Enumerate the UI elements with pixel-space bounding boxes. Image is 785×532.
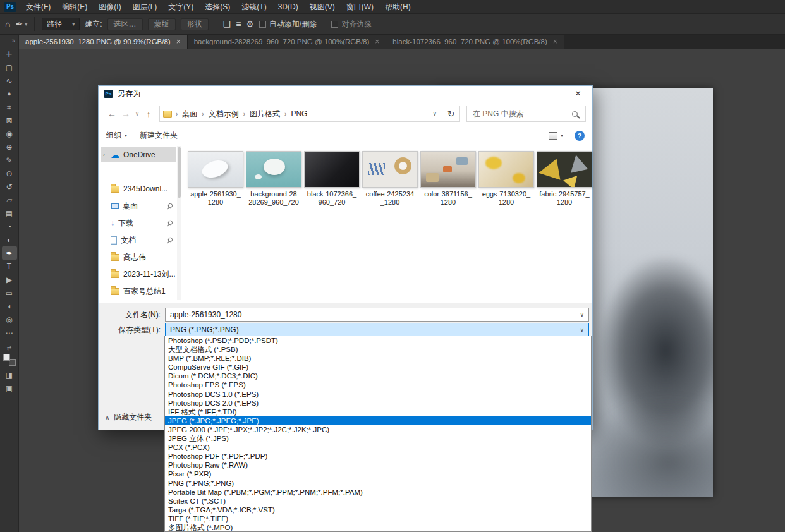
eraser-tool-icon[interactable]: ▱ (2, 193, 17, 207)
auto-add-delete-checkbox[interactable]: 自动添加/删除 (259, 19, 317, 30)
close-tab-icon[interactable]: × (176, 37, 181, 46)
filetype-option[interactable]: Photoshop EPS (*.EPS) (165, 380, 591, 389)
filetype-option[interactable]: JPEG 立体 (*.JPS) (165, 434, 591, 443)
healing-brush-tool-icon[interactable]: ⊕ (2, 140, 17, 154)
filetype-option[interactable]: Photoshop PDF (*.PDF;*.PDP) (165, 452, 591, 461)
filetype-option[interactable]: PNG (*.PNG;*.PNG) (165, 479, 591, 488)
filetype-option[interactable]: 多图片格式 (*.MPO) (165, 523, 591, 532)
color-swatches[interactable] (3, 354, 16, 366)
file-item-coffee[interactable]: coffee-2425234_1280 (362, 151, 418, 207)
up-icon[interactable]: ↑ (142, 109, 155, 119)
breadcrumb-image-format[interactable]: 图片格式 (246, 109, 283, 119)
change-view-button[interactable]: ▾ (549, 132, 563, 140)
filetype-option[interactable]: Photoshop (*.PSD;*.PDD;*.PSDT) (165, 336, 591, 345)
tab-apple-png[interactable]: apple-2561930_1280.PNG @ 90.9%(RGB/8) × (19, 35, 188, 49)
address-dropdown-icon[interactable]: ∨ (432, 111, 439, 117)
filetype-option[interactable]: IFF 格式 (*.IFF;*.TDI) (165, 408, 591, 416)
menu-edit[interactable]: 编辑(E) (56, 0, 93, 14)
menu-select[interactable]: 选择(S) (199, 0, 236, 14)
search-input[interactable]: 在 PNG 中搜索 (466, 106, 586, 122)
filename-input[interactable]: apple-2561930_1280 ∨ (165, 308, 589, 322)
filetype-option[interactable]: Dicom (*.DCM;*.DC3;*.DIC) (165, 372, 591, 380)
lasso-tool-icon[interactable]: ∿ (2, 74, 17, 87)
rectangle-tool-icon[interactable]: ▭ (2, 286, 17, 299)
dodge-tool-icon[interactable]: ◐ (2, 233, 17, 246)
close-dialog-button[interactable]: ✕ (564, 86, 592, 101)
new-folder-button[interactable]: 新建文件夹 (140, 130, 178, 141)
filetype-option[interactable]: Photoshop DCS 2.0 (*.EPS) (165, 399, 591, 408)
swap-colors-icon[interactable]: ⇄ (7, 345, 12, 351)
scrollbar-thumb[interactable] (178, 147, 181, 198)
help-button[interactable]: ? (575, 131, 585, 141)
tab-background-png[interactable]: background-2828269_960_720.PNG @ 100%(RG… (188, 35, 387, 49)
quick-selection-tool-icon[interactable]: ✦ (2, 87, 17, 100)
clone-stamp-tool-icon[interactable]: ⊙ (2, 167, 17, 180)
quick-mask-icon[interactable]: ◨ (2, 368, 17, 382)
path-alignment-icon[interactable]: ≡ (236, 19, 241, 29)
menu-3d[interactable]: 3D(D) (272, 0, 304, 14)
filetype-combobox[interactable]: PNG (*.PNG;*.PNG) ∨ (165, 323, 589, 337)
collapse-panel-icon[interactable]: » (11, 35, 15, 47)
menu-help[interactable]: 帮助(H) (379, 0, 417, 14)
sidebar-item-gaozhiwei[interactable]: 高志伟 (101, 250, 176, 265)
crop-tool-icon[interactable]: ⌗ (2, 100, 17, 114)
organize-button[interactable]: 组织 ▾ (106, 130, 127, 141)
make-selection-button[interactable]: 选区… (107, 18, 143, 30)
menu-view[interactable]: 视图(V) (304, 0, 341, 14)
pen-tool-icon[interactable]: ✒ (2, 246, 17, 260)
sidebar-scrollbar[interactable] (177, 146, 181, 300)
menu-image[interactable]: 图像(I) (93, 0, 126, 14)
file-item-eggs[interactable]: eggs-7130320_1280 (478, 151, 535, 207)
close-tab-icon[interactable]: × (553, 37, 557, 46)
hand-tool-icon[interactable]: ◖ (2, 299, 17, 313)
pen-mode-select[interactable]: 路径 ▾ (42, 18, 80, 30)
make-mask-button[interactable]: 蒙版 (148, 18, 176, 30)
screen-mode-icon[interactable]: ▣ (2, 382, 17, 395)
menu-layer[interactable]: 图层(L) (127, 0, 163, 14)
menu-file[interactable]: 文件(F) (20, 0, 56, 14)
marquee-tool-icon[interactable]: ▢ (2, 61, 17, 74)
tool-preset-picker[interactable]: ✒ ▾ (15, 19, 27, 29)
gear-icon[interactable]: ⚙ (246, 19, 254, 29)
zoom-tool-icon[interactable]: ◎ (2, 313, 17, 326)
path-operations-icon[interactable]: ❏ (223, 19, 231, 29)
close-tab-icon[interactable]: × (375, 37, 379, 46)
sidebar-item-downloads[interactable]: ↓ 下载 (101, 215, 176, 231)
filetype-option-jpeg-selected[interactable]: JPEG (*.JPG;*.JPEG;*.JPE) (165, 416, 591, 425)
filetype-option[interactable]: CompuServe GIF (*.GIF) (165, 363, 591, 372)
forward-icon[interactable]: → (119, 109, 133, 119)
foreground-color-swatch[interactable] (3, 354, 10, 361)
file-item-color[interactable]: color-3871156_1280 (420, 151, 477, 207)
history-brush-tool-icon[interactable]: ↺ (2, 180, 17, 193)
breadcrumb-desktop[interactable]: 桌面 (179, 109, 200, 119)
sidebar-item-desktop[interactable]: 桌面 (101, 198, 176, 214)
filetype-option[interactable]: 大型文档格式 (*.PSB) (165, 345, 591, 354)
chevron-down-icon[interactable]: ∨ (580, 311, 584, 318)
breadcrumb-png[interactable]: PNG (288, 109, 310, 118)
brush-tool-icon[interactable]: ✎ (2, 154, 17, 167)
tab-black-png[interactable]: black-1072366_960_720.PNG @ 100%(RGB/8) … (386, 35, 564, 49)
filetype-option[interactable]: Photoshop Raw (*.RAW) (165, 461, 591, 469)
menu-window[interactable]: 窗口(W) (341, 0, 379, 14)
dialog-title-bar[interactable]: Ps 另存为 (99, 86, 592, 101)
sidebar-item-documents[interactable]: 文档 (101, 233, 176, 248)
make-shape-button[interactable]: 形状 (181, 18, 209, 30)
hide-folders-button[interactable]: ∧ 隐藏文件夹 (105, 412, 152, 423)
edit-toolbar-icon[interactable]: ⋯ (2, 326, 17, 339)
filetype-option[interactable]: PCX (*.PCX) (165, 443, 591, 452)
filetype-option[interactable]: Pixar (*.PXR) (165, 469, 591, 478)
menu-type[interactable]: 文字(Y) (162, 0, 199, 14)
sidebar-item-2023-folder[interactable]: 2023-11-13刘... (101, 267, 176, 282)
recent-locations-icon[interactable]: ∨ (133, 111, 142, 117)
filetype-option[interactable]: Portable Bit Map (*.PBM;*.PGM;*.PPM;*.PN… (165, 488, 591, 497)
path-selection-tool-icon[interactable]: ▶ (2, 273, 17, 286)
frame-tool-icon[interactable]: ⊠ (2, 114, 17, 127)
sidebar-item-onedrive[interactable]: › ☁ OneDrive (101, 147, 176, 162)
home-icon[interactable]: ⌂ (5, 19, 10, 29)
sidebar-item-baijiahao[interactable]: 百家号总结1 (101, 284, 176, 299)
file-item-black[interactable]: black-1072366_960_720 (303, 151, 360, 207)
menu-filter[interactable]: 滤镜(T) (236, 0, 272, 14)
refresh-icon[interactable]: ↻ (442, 106, 460, 122)
eyedropper-tool-icon[interactable]: ◉ (2, 127, 17, 140)
type-tool-icon[interactable]: T (2, 260, 17, 273)
